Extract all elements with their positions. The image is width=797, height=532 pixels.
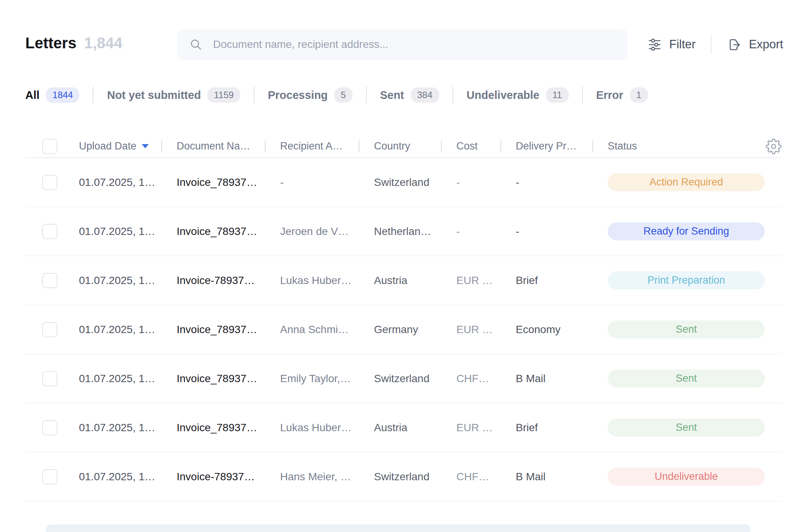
- table-row[interactable]: 01.07.2025, 1… Invoice_78937… Lukas Hube…: [25, 403, 782, 452]
- tab-undeliverable-count-badge: 11: [546, 87, 569, 103]
- tab-undeliverable-label: Undeliverable: [467, 89, 540, 102]
- cell-country: Austria: [359, 422, 441, 434]
- cell-upload-date: 01.07.2025, 1…: [64, 323, 161, 336]
- status-badge: Action Required: [608, 173, 765, 191]
- cell-cost: EUR …: [441, 323, 500, 336]
- row-checkbox[interactable]: [42, 469, 57, 484]
- table-row[interactable]: 01.07.2025, 1… Invoice-78937… Lukas Hube…: [25, 256, 782, 305]
- tab-all-count-badge: 1844: [46, 87, 79, 103]
- filter-button[interactable]: Filter: [648, 38, 696, 52]
- filter-sliders-icon: [648, 38, 662, 52]
- tab-not-yet-submitted[interactable]: Not yet submitted 1159: [107, 87, 240, 103]
- column-divider: [441, 140, 442, 152]
- tab-error-label: Error: [596, 89, 623, 102]
- header-divider: [711, 35, 712, 54]
- cell-country: Switzerland: [359, 176, 441, 189]
- column-header-country[interactable]: Country: [359, 140, 441, 152]
- cell-country: Germany: [359, 323, 441, 336]
- column-divider: [592, 140, 593, 152]
- cell-cost: -: [441, 176, 500, 189]
- status-badge: Sent: [608, 320, 765, 338]
- status-badge: Sent: [608, 419, 765, 437]
- cell-upload-date: 01.07.2025, 1…: [64, 274, 161, 287]
- status-badge: Print Preparation: [608, 271, 765, 289]
- row-checkbox[interactable]: [42, 371, 57, 386]
- cell-delivery: Brief: [500, 422, 592, 434]
- cell-country: Switzerland: [359, 373, 441, 385]
- row-checkbox[interactable]: [42, 322, 57, 337]
- column-divider: [359, 140, 359, 152]
- status-badge: Ready for Sending: [608, 222, 765, 240]
- search-icon: [189, 38, 202, 51]
- cell-document-name: Invoice_78937…: [161, 225, 265, 238]
- cell-document-name: Invoice_78937…: [161, 373, 265, 385]
- cell-delivery: Economy: [500, 323, 592, 336]
- cell-recipient: -: [265, 176, 359, 189]
- row-checkbox[interactable]: [42, 224, 57, 239]
- tab-all[interactable]: All 1844: [25, 87, 79, 103]
- column-header-delivery[interactable]: Delivery Pr…: [500, 140, 592, 152]
- tab-not-yet-submitted-count-badge: 1159: [207, 87, 240, 103]
- cell-country: Austria: [359, 274, 441, 287]
- tab-divider: [366, 87, 367, 103]
- cell-cost: EUR …: [441, 422, 500, 434]
- column-header-upload-date-label: Upload Date: [79, 140, 136, 152]
- cell-cost: CHF…: [441, 373, 500, 385]
- cell-upload-date: 01.07.2025, 1…: [64, 373, 161, 385]
- row-checkbox[interactable]: [42, 175, 57, 190]
- cell-document-name: Invoice_78937…: [161, 422, 265, 434]
- row-checkbox[interactable]: [42, 273, 57, 288]
- tab-divider: [582, 87, 583, 103]
- column-divider: [265, 140, 266, 152]
- cell-upload-date: 01.07.2025, 1…: [64, 422, 161, 434]
- cell-cost: -: [441, 225, 500, 238]
- cell-cost: CHF…: [441, 471, 500, 483]
- cell-recipient: Emily Taylor,…: [265, 373, 359, 385]
- export-document-icon: [727, 38, 741, 52]
- status-badge: Sent: [608, 369, 765, 388]
- cell-country: Netherlan…: [359, 225, 441, 238]
- cell-document-name: Invoice_78937…: [161, 176, 265, 189]
- cell-document-name: Invoice-78937…: [161, 471, 265, 483]
- select-all-checkbox[interactable]: [42, 139, 57, 154]
- filter-button-label: Filter: [669, 38, 696, 51]
- tab-not-yet-submitted-label: Not yet submitted: [107, 89, 201, 102]
- cell-country: Switzerland: [359, 471, 441, 483]
- tab-processing-label: Processing: [268, 89, 328, 102]
- table-row[interactable]: 01.07.2025, 1… Invoice_78937… - Switzerl…: [25, 158, 782, 207]
- table-row[interactable]: 01.07.2025, 1… Invoice_78937… Anna Schmi…: [25, 305, 782, 354]
- tab-sent[interactable]: Sent 384: [380, 87, 439, 103]
- page-header: Letters 1,844: [25, 34, 123, 52]
- letters-table: Upload Date Document Na… Recipient A… Co…: [25, 135, 782, 501]
- column-header-document-name[interactable]: Document Na…: [161, 140, 265, 152]
- tab-error-count-badge: 1: [630, 87, 648, 103]
- cell-delivery: -: [500, 176, 592, 189]
- cell-recipient: Lukas Huber…: [265, 274, 359, 287]
- tab-sent-count-badge: 384: [411, 87, 439, 103]
- gear-icon[interactable]: [766, 138, 782, 154]
- column-header-status: Status: [592, 140, 782, 152]
- row-checkbox[interactable]: [42, 420, 57, 435]
- status-tabs: All 1844 Not yet submitted 1159 Processi…: [25, 87, 648, 103]
- tab-divider: [453, 87, 453, 103]
- cell-upload-date: 01.07.2025, 1…: [64, 176, 161, 189]
- table-row[interactable]: 01.07.2025, 1… Invoice_78937… Jeroen de …: [25, 207, 782, 256]
- bottom-scroll-strip[interactable]: [46, 524, 750, 532]
- status-badge: Undeliverable: [608, 468, 765, 486]
- column-header-recipient[interactable]: Recipient A…: [265, 140, 359, 152]
- tab-undeliverable[interactable]: Undeliverable 11: [467, 87, 569, 103]
- column-header-upload-date[interactable]: Upload Date: [64, 140, 161, 152]
- sort-desc-caret-icon[interactable]: [142, 144, 149, 148]
- cell-document-name: Invoice-78937…: [161, 274, 265, 287]
- tab-error[interactable]: Error 1: [596, 87, 648, 103]
- table-row[interactable]: 01.07.2025, 1… Invoice_78937… Emily Tayl…: [25, 354, 782, 403]
- tab-processing-count-badge: 5: [334, 87, 352, 103]
- table-row[interactable]: 01.07.2025, 1… Invoice-78937… Hans Meier…: [25, 452, 782, 501]
- search-bar[interactable]: [177, 29, 628, 60]
- column-header-cost[interactable]: Cost: [441, 140, 500, 152]
- tab-processing[interactable]: Processing 5: [268, 87, 353, 103]
- export-button[interactable]: Export: [727, 38, 783, 52]
- search-input[interactable]: [213, 38, 615, 51]
- cell-delivery: -: [500, 225, 592, 238]
- cell-recipient: Anna Schmi…: [265, 323, 359, 336]
